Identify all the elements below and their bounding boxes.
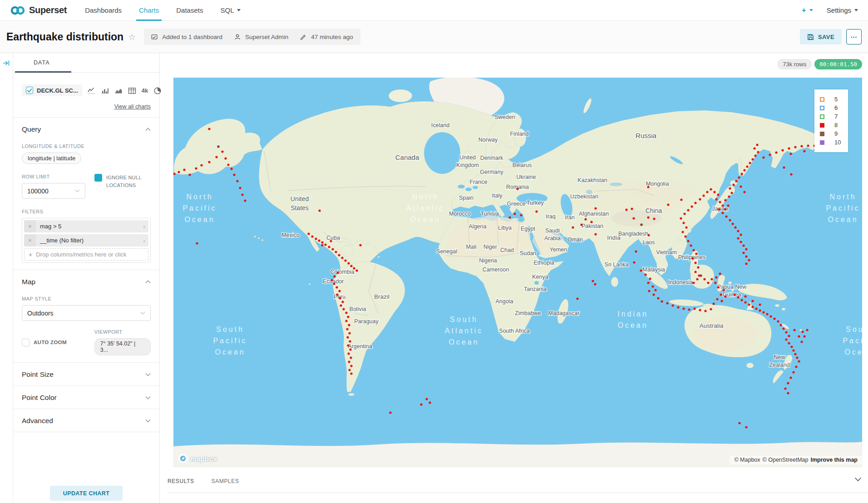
earthquake-point[interactable] bbox=[779, 324, 782, 326]
earthquake-point[interactable] bbox=[722, 289, 725, 291]
nav-item-dashboards[interactable]: Dashboards bbox=[85, 0, 122, 21]
earthquake-point[interactable] bbox=[335, 286, 338, 288]
earthquake-point[interactable] bbox=[744, 301, 746, 303]
earthquake-point[interactable] bbox=[762, 311, 764, 313]
earthquake-point[interactable] bbox=[695, 252, 697, 255]
earthquake-point[interactable] bbox=[743, 191, 745, 193]
earthquake-point[interactable] bbox=[653, 217, 655, 220]
earthquake-point[interactable] bbox=[727, 204, 729, 207]
earthquake-point[interactable] bbox=[348, 369, 350, 371]
earthquake-point[interactable] bbox=[807, 144, 809, 147]
row-limit-select[interactable]: 100000 bbox=[22, 183, 85, 199]
earthquake-point[interactable] bbox=[348, 332, 350, 334]
tab-data[interactable]: DATA bbox=[34, 59, 49, 66]
earthquake-point[interactable] bbox=[425, 398, 428, 400]
earthquake-point[interactable] bbox=[777, 320, 779, 322]
earthquake-point[interactable] bbox=[714, 281, 716, 284]
earthquake-point[interactable] bbox=[724, 199, 726, 201]
earthquake-point[interactable] bbox=[766, 313, 768, 315]
earthquake-point[interactable] bbox=[345, 320, 347, 322]
earthquake-point[interactable] bbox=[775, 151, 777, 153]
earthquake-point[interactable] bbox=[318, 239, 320, 242]
earthquake-point[interactable] bbox=[740, 185, 742, 187]
earthquake-point[interactable] bbox=[751, 300, 754, 302]
earthquake-point-high-magnitude[interactable] bbox=[640, 223, 643, 226]
earthquake-point[interactable] bbox=[740, 299, 743, 301]
remove-filter-icon[interactable]: × bbox=[24, 234, 36, 247]
earthquake-point[interactable] bbox=[773, 317, 775, 320]
earthquake-point[interactable] bbox=[680, 217, 682, 219]
earthquake-point[interactable] bbox=[788, 335, 790, 337]
earthquake-point[interactable] bbox=[803, 335, 805, 337]
earthquake-point[interactable] bbox=[353, 267, 355, 269]
earthquake-point[interactable] bbox=[350, 365, 352, 367]
earthquake-point[interactable] bbox=[330, 240, 332, 242]
earthquake-point[interactable] bbox=[657, 297, 659, 299]
earthquake-point[interactable] bbox=[349, 348, 351, 350]
earthquake-point[interactable] bbox=[687, 209, 689, 211]
earthquake-point[interactable] bbox=[698, 274, 700, 276]
earthquake-point[interactable] bbox=[806, 329, 808, 331]
earthquake-point[interactable] bbox=[757, 151, 759, 153]
earthquake-point[interactable] bbox=[647, 216, 649, 218]
update-chart-button[interactable]: UPDATE CHART bbox=[50, 486, 123, 501]
earthquake-point[interactable] bbox=[576, 297, 578, 300]
earthquake-point[interactable] bbox=[793, 329, 795, 331]
expand-panel-icon[interactable] bbox=[3, 59, 10, 67]
earthquake-point[interactable] bbox=[324, 243, 326, 246]
earthquake-point[interactable] bbox=[349, 340, 351, 342]
earthquake-point[interactable] bbox=[759, 309, 761, 311]
earthquake-point[interactable] bbox=[706, 191, 708, 193]
earthquake-point[interactable] bbox=[350, 265, 352, 267]
earthquake-point[interactable] bbox=[696, 278, 698, 280]
map-style-select[interactable]: Outdoors bbox=[22, 305, 151, 321]
earthquake-point[interactable] bbox=[740, 173, 743, 175]
earthquake-point[interactable] bbox=[784, 387, 786, 390]
earthquake-point[interactable] bbox=[745, 248, 747, 250]
earthquake-point[interactable] bbox=[244, 199, 246, 202]
earthquake-point[interactable] bbox=[744, 295, 746, 297]
earthquake-point[interactable] bbox=[785, 331, 787, 333]
earthquake-point[interactable] bbox=[682, 307, 685, 310]
section-point-color-header[interactable]: Point Color bbox=[22, 394, 151, 402]
earthquake-point[interactable] bbox=[584, 218, 587, 220]
earthquake-point[interactable] bbox=[703, 278, 705, 280]
earthquake-point[interactable] bbox=[729, 187, 731, 189]
earthquake-point[interactable] bbox=[690, 244, 692, 247]
tab-samples[interactable]: SAMPLES bbox=[212, 478, 239, 489]
earthquake-point[interactable] bbox=[241, 193, 243, 196]
earthquake-point[interactable] bbox=[318, 209, 321, 212]
earthquake-point[interactable] bbox=[208, 161, 210, 163]
earthquake-point[interactable] bbox=[208, 128, 210, 130]
earthquake-point[interactable] bbox=[787, 382, 789, 384]
earthquake-point[interactable] bbox=[666, 302, 668, 304]
earthquake-point[interactable] bbox=[713, 191, 715, 193]
earthquake-point[interactable] bbox=[693, 307, 695, 310]
viz-type-chip[interactable]: DECK.GL SC... bbox=[22, 84, 82, 96]
earthquake-point[interactable] bbox=[594, 283, 596, 285]
more-options-button[interactable]: ... bbox=[846, 29, 862, 44]
earthquake-point[interactable] bbox=[336, 293, 338, 296]
favorite-star-icon[interactable]: ☆ bbox=[128, 32, 136, 42]
earthquake-point[interactable] bbox=[331, 248, 334, 250]
earthquake-point[interactable] bbox=[580, 223, 582, 226]
nav-item-sql[interactable]: SQL bbox=[220, 0, 241, 21]
superset-logo[interactable]: Superset bbox=[10, 5, 67, 16]
filter-pill-0[interactable]: ×mag > 5› bbox=[24, 220, 148, 232]
earthquake-point[interactable] bbox=[692, 249, 695, 251]
earthquake-point[interactable] bbox=[631, 207, 633, 210]
ignore-null-checkbox[interactable] bbox=[94, 174, 102, 182]
earthquake-point[interactable] bbox=[755, 307, 757, 310]
filter-drop-zone[interactable]: + Drop columns/metrics here or click bbox=[24, 248, 148, 261]
tab-results[interactable]: RESULTS bbox=[168, 478, 194, 489]
earthquake-point[interactable] bbox=[594, 207, 597, 209]
lon-lat-pill[interactable]: longitude | latitude bbox=[22, 153, 81, 164]
earthquake-point[interactable] bbox=[790, 345, 793, 348]
earthquake-point[interactable] bbox=[759, 303, 761, 306]
earthquake-point[interactable] bbox=[749, 162, 751, 164]
earthquake-point[interactable] bbox=[420, 403, 422, 405]
viz-pie-chart-icon[interactable] bbox=[153, 87, 162, 94]
earthquake-point[interactable] bbox=[520, 214, 522, 216]
earthquake-point[interactable] bbox=[230, 168, 232, 170]
earthquake-point[interactable] bbox=[691, 257, 694, 259]
